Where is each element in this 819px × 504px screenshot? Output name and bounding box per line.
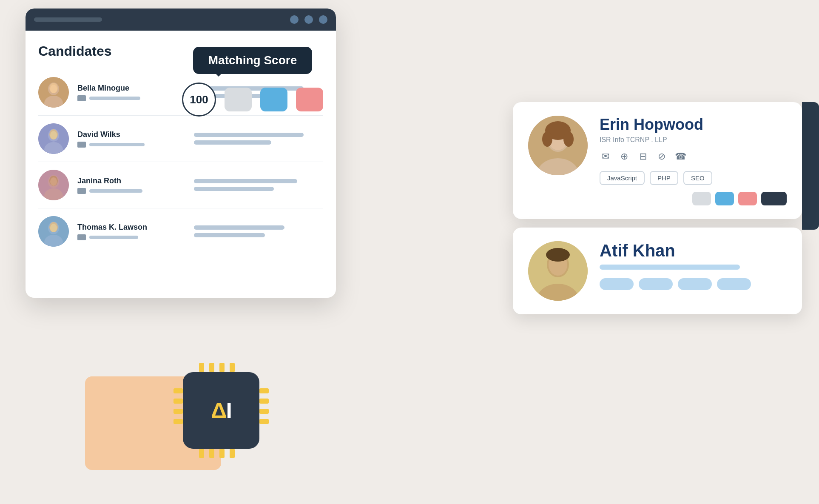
candidate-name-david: David Wilks xyxy=(77,130,185,139)
candidate-name-janina: Janina Roth xyxy=(77,177,185,185)
swatch-gray xyxy=(225,88,252,111)
chip-pin xyxy=(173,388,183,393)
mini-swatch-pink xyxy=(738,192,757,205)
chip-pin xyxy=(173,409,183,414)
scene: ΔI Candidates xyxy=(0,0,819,504)
profile-name-erin: Erin Hopwood xyxy=(600,116,787,134)
svg-point-25 xyxy=(563,131,574,147)
avatar-david-svg xyxy=(38,123,69,154)
candidate-bar xyxy=(89,236,138,239)
matching-score-label: Matching Score xyxy=(208,54,297,67)
chip-pin xyxy=(259,419,269,424)
profile-details-erin: Erin Hopwood ISR Info TCRNP . LLP ✉ ⊕ ⊟ … xyxy=(600,116,787,185)
skill-tag-php[interactable]: PHP xyxy=(650,171,678,185)
atif-bars xyxy=(600,265,787,290)
candidate-bar-long xyxy=(194,133,304,137)
briefcase-icon xyxy=(77,95,86,101)
mini-swatch-dark xyxy=(761,192,787,205)
candidate-bar-mid xyxy=(194,187,274,191)
chip-pin xyxy=(230,363,235,372)
chip-pin xyxy=(209,363,214,372)
candidate-row[interactable]: Thomas K. Lawson xyxy=(38,208,323,254)
candidate-bar xyxy=(89,143,145,146)
score-circle: 100 xyxy=(182,83,216,117)
atif-chip xyxy=(600,278,634,290)
avatar-bella xyxy=(38,77,69,108)
swatch-pink xyxy=(296,88,323,111)
email-icon[interactable]: ✉ xyxy=(600,151,611,162)
chip-pin xyxy=(219,363,225,372)
avatar-erin xyxy=(528,116,588,175)
avatar-david xyxy=(38,123,69,154)
chip-pin xyxy=(259,409,269,414)
chip-pin xyxy=(199,363,204,372)
svg-point-24 xyxy=(542,131,552,147)
chip-pin xyxy=(230,449,235,458)
mini-swatch-blue xyxy=(715,192,734,205)
candidate-info-david: David Wilks xyxy=(77,130,185,148)
candidate-bars-david xyxy=(194,133,323,145)
phone-icon[interactable]: ☎ xyxy=(674,151,686,162)
chip-pin xyxy=(209,449,214,458)
skill-tag-seo[interactable]: SEO xyxy=(683,171,712,185)
profile-card-atif[interactable]: Atif Khan xyxy=(513,228,802,314)
profile-card-erin-inner: Erin Hopwood ISR Info TCRNP . LLP ✉ ⊕ ⊟ … xyxy=(528,116,787,185)
atif-chip xyxy=(678,278,712,290)
candidate-info-thomas: Thomas K. Lawson xyxy=(77,223,185,240)
candidate-bar-long xyxy=(194,179,297,183)
avatar-thomas-svg xyxy=(38,216,69,247)
avatar-janina-svg xyxy=(38,170,69,200)
mini-swatch-gray xyxy=(692,192,711,205)
profile-card-erin[interactable]: Erin Hopwood ISR Info TCRNP . LLP ✉ ⊕ ⊟ … xyxy=(513,102,802,219)
avatar-bella-svg xyxy=(38,77,69,108)
profile-company-erin: ISR Info TCRNP . LLP xyxy=(600,136,787,144)
chip-pin xyxy=(219,449,225,458)
titlebar-bar xyxy=(34,17,102,22)
matching-score-area: Matching Score 100 xyxy=(182,47,323,117)
candidate-bar-mid xyxy=(194,140,272,145)
svg-point-30 xyxy=(546,248,570,262)
briefcase-icon xyxy=(77,188,86,194)
ai-chip-label: ΔI xyxy=(211,398,231,423)
card-swatches-erin xyxy=(528,192,787,205)
svg-point-14 xyxy=(50,177,57,186)
candidate-icon-row-janina xyxy=(77,188,185,194)
candidate-bar xyxy=(89,97,140,100)
atif-chip xyxy=(717,278,751,290)
profile-cards-area: Erin Hopwood ISR Info TCRNP . LLP ✉ ⊕ ⊟ … xyxy=(513,102,802,314)
location-icon[interactable]: ⊕ xyxy=(618,151,630,162)
profile-name-atif: Atif Khan xyxy=(600,241,787,260)
profile-card-atif-inner: Atif Khan xyxy=(528,241,787,301)
browser-titlebar xyxy=(26,9,336,31)
ai-chip: ΔI xyxy=(183,372,259,449)
candidate-name-thomas: Thomas K. Lawson xyxy=(77,223,185,232)
candidate-bar-mid xyxy=(194,233,265,237)
avatar-thomas xyxy=(38,216,69,247)
skill-tag-javascript[interactable]: JavaScript xyxy=(600,171,645,185)
svg-point-9 xyxy=(50,131,57,140)
chip-pin xyxy=(173,419,183,424)
candidate-bars-janina xyxy=(194,179,323,191)
dark-accent xyxy=(802,102,819,230)
titlebar-dot-2 xyxy=(304,15,313,24)
candidate-bar xyxy=(89,189,142,193)
candidate-row[interactable]: Janina Roth xyxy=(38,162,323,208)
skill-tags-erin: JavaScript PHP SEO xyxy=(600,171,787,185)
person-icon[interactable]: ⊘ xyxy=(656,151,668,162)
candidate-info-bella: Bella Minogue xyxy=(77,84,185,101)
atif-chips xyxy=(600,278,787,290)
candidate-bar-long xyxy=(194,225,284,230)
candidate-row[interactable]: David Wilks xyxy=(38,116,323,162)
titlebar-dot-1 xyxy=(290,15,299,24)
titlebar-dots xyxy=(290,15,327,24)
avatar-atif-svg xyxy=(528,241,588,301)
candidate-icon-row-bella xyxy=(77,95,185,101)
avatar-erin-svg xyxy=(528,116,588,175)
candidate-name-bella: Bella Minogue xyxy=(77,84,185,93)
calendar-icon[interactable]: ⊟ xyxy=(637,151,649,162)
chip-pin xyxy=(259,399,269,404)
chip-pin xyxy=(173,399,183,404)
score-value: 100 xyxy=(190,93,208,106)
candidate-bars-thomas xyxy=(194,225,323,237)
avatar-janina xyxy=(38,170,69,200)
